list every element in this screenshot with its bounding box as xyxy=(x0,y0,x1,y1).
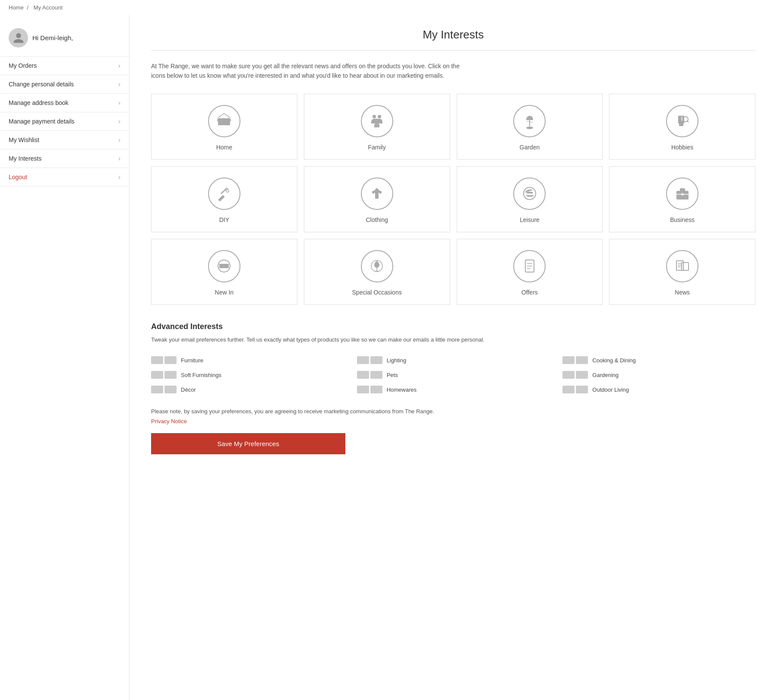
interest-card-news[interactable]: News xyxy=(609,239,755,305)
label-soft-furnishings: Soft Furnishings xyxy=(181,372,221,378)
interest-card-offers[interactable]: Offers xyxy=(457,239,603,305)
sidebar-item-logout[interactable]: Logout › xyxy=(0,168,129,187)
toggle-block-1 xyxy=(151,386,163,393)
interest-card-diy[interactable]: DIY xyxy=(151,166,297,232)
toggle-block-1 xyxy=(562,356,575,364)
advanced-item-pets[interactable]: Pets xyxy=(357,369,550,380)
toggle-block-2 xyxy=(370,386,382,393)
label-furniture: Furniture xyxy=(181,357,203,364)
label-outdoor-living: Outdoor Living xyxy=(592,386,629,393)
interest-label-family: Family xyxy=(368,144,386,151)
toggle-block-1 xyxy=(562,371,575,379)
interest-card-family[interactable]: Family xyxy=(304,94,450,160)
user-section: Hi Demi-leigh, xyxy=(0,24,129,56)
advanced-interests-grid: Furniture Lighting Cooking & Dining xyxy=(151,355,755,395)
chevron-right-icon: › xyxy=(118,174,120,181)
chevron-right-icon: › xyxy=(118,136,120,143)
business-icon xyxy=(666,177,698,210)
sidebar: Hi Demi-leigh, My Orders › Change person… xyxy=(0,15,130,700)
chevron-right-icon: › xyxy=(118,118,120,125)
garden-icon xyxy=(513,105,546,137)
interest-label-special-occasions: Special Occasions xyxy=(352,289,402,296)
svg-point-5 xyxy=(526,127,533,129)
page-title: My Interests xyxy=(151,28,755,41)
svg-rect-1 xyxy=(226,122,228,125)
svg-rect-17 xyxy=(681,193,684,196)
toggle-block-1 xyxy=(357,356,369,364)
toggle-cooking-dining[interactable] xyxy=(562,356,588,364)
leisure-icon xyxy=(513,177,546,210)
interest-card-hobbies[interactable]: Hobbies xyxy=(609,94,755,160)
toggle-outdoor-living[interactable] xyxy=(562,386,588,393)
toggle-block-2 xyxy=(164,356,177,364)
toggle-furniture[interactable] xyxy=(151,356,177,364)
toggle-block-1 xyxy=(151,371,163,379)
chevron-right-icon: › xyxy=(118,62,120,69)
sidebar-item-my-interests[interactable]: My Interests › xyxy=(0,149,129,168)
chevron-right-icon: › xyxy=(118,81,120,88)
advanced-item-decor[interactable]: Décor xyxy=(151,384,344,395)
save-preferences-button[interactable]: Save My Preferences xyxy=(151,433,345,454)
sidebar-nav: My Orders › Change personal details › Ma… xyxy=(0,56,129,187)
toggle-block-2 xyxy=(576,371,588,379)
home-icon xyxy=(208,105,240,137)
interest-grid: Home Family xyxy=(151,94,755,305)
advanced-item-homewares[interactable]: Homewares xyxy=(357,384,550,395)
sidebar-item-my-wishlist[interactable]: My Wishlist › xyxy=(0,131,129,149)
toggle-lighting[interactable] xyxy=(357,356,382,364)
toggle-decor[interactable] xyxy=(151,386,177,393)
interest-card-new-in[interactable]: NEW New In xyxy=(151,239,297,305)
interest-label-news: News xyxy=(675,289,690,296)
toggle-block-2 xyxy=(370,356,382,364)
toggle-block-2 xyxy=(576,386,588,393)
interest-label-clothing: Clothing xyxy=(366,216,388,223)
interest-label-leisure: Leisure xyxy=(520,216,540,223)
toggle-pets[interactable] xyxy=(357,371,382,379)
interest-card-home[interactable]: Home xyxy=(151,94,297,160)
clothing-icon xyxy=(361,177,393,210)
avatar xyxy=(9,28,28,48)
toggle-homewares[interactable] xyxy=(357,386,382,393)
interest-card-garden[interactable]: Garden xyxy=(457,94,603,160)
sidebar-item-my-orders[interactable]: My Orders › xyxy=(0,56,129,75)
main-content: My Interests At The Range, we want to ma… xyxy=(130,15,777,700)
label-gardening: Gardening xyxy=(592,372,619,378)
interest-card-leisure[interactable]: Leisure xyxy=(457,166,603,232)
interest-label-business: Business xyxy=(670,216,695,223)
advanced-item-outdoor-living[interactable]: Outdoor Living xyxy=(562,384,755,395)
svg-rect-7 xyxy=(679,124,683,126)
interest-card-special-occasions[interactable]: Special Occasions xyxy=(304,239,450,305)
label-pets: Pets xyxy=(387,372,398,378)
offers-icon xyxy=(513,250,546,282)
svg-rect-29 xyxy=(682,263,689,270)
hobbies-icon xyxy=(666,105,698,137)
toggle-block-1 xyxy=(357,371,369,379)
interest-label-diy: DIY xyxy=(219,216,229,223)
advanced-item-lighting[interactable]: Lighting xyxy=(357,355,550,366)
toggle-block-1 xyxy=(357,386,369,393)
breadcrumb: Home / My Account xyxy=(0,0,777,15)
advanced-item-cooking-dining[interactable]: Cooking & Dining xyxy=(562,355,755,366)
toggle-soft-furnishings[interactable] xyxy=(151,371,177,379)
advanced-item-gardening[interactable]: Gardening xyxy=(562,369,755,380)
advanced-item-soft-furnishings[interactable]: Soft Furnishings xyxy=(151,369,344,380)
advanced-interests-desc: Tweak your email preferences further. Te… xyxy=(151,336,755,344)
svg-point-3 xyxy=(378,115,381,118)
sidebar-item-change-personal[interactable]: Change personal details › xyxy=(0,75,129,94)
label-cooking-dining: Cooking & Dining xyxy=(592,357,635,364)
user-avatar-icon xyxy=(13,32,25,44)
svg-rect-0 xyxy=(220,122,222,125)
svg-point-2 xyxy=(373,115,376,118)
toggle-gardening[interactable] xyxy=(562,371,588,379)
label-decor: Décor xyxy=(181,386,196,393)
breadcrumb-home[interactable]: Home xyxy=(9,4,24,11)
interest-card-business[interactable]: Business xyxy=(609,166,755,232)
privacy-notice-link[interactable]: Privacy Notice xyxy=(151,418,755,424)
svg-line-12 xyxy=(687,121,689,122)
advanced-item-furniture[interactable]: Furniture xyxy=(151,355,344,366)
sidebar-item-manage-address[interactable]: Manage address book › xyxy=(0,94,129,112)
interest-card-clothing[interactable]: Clothing xyxy=(304,166,450,232)
sidebar-item-manage-payment[interactable]: Manage payment details › xyxy=(0,112,129,131)
toggle-block-2 xyxy=(370,371,382,379)
toggle-block-1 xyxy=(562,386,575,393)
